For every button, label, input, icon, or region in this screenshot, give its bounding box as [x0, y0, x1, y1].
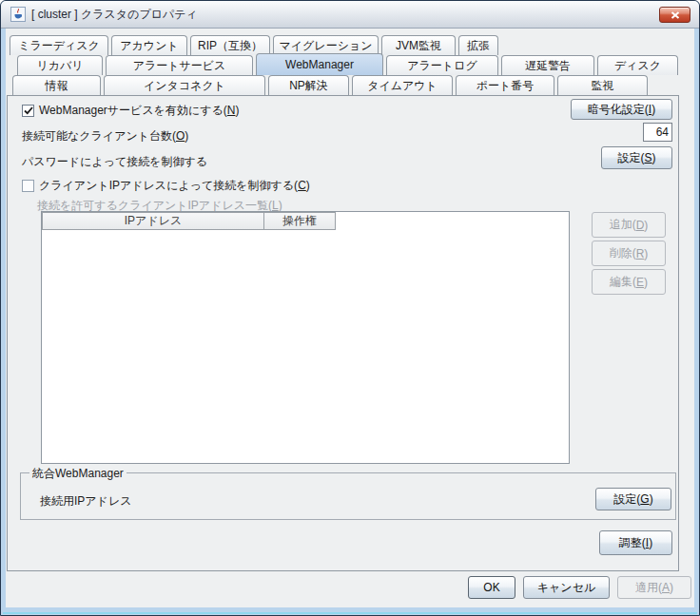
tab-strip: ミラーディスク アカウント RIP（互換） マイグレーション JVM監視 拡張 …	[8, 35, 681, 95]
tab-np-resolution[interactable]: NP解決	[268, 75, 349, 95]
ip-table-header-permission[interactable]: 操作権	[263, 212, 336, 230]
enable-webmanager-checkbox[interactable]: WebManagerサービスを有効にする(N)	[22, 103, 239, 119]
close-button[interactable]	[659, 7, 690, 23]
tab-delay-warning[interactable]: 遅延警告	[501, 55, 594, 75]
ip-address-table[interactable]: IPアドレス 操作権	[41, 211, 570, 464]
tuning-button[interactable]: 調整(I)	[599, 530, 672, 555]
client-count-label: 接続可能なクライアント台数(O)	[22, 128, 188, 144]
tab-timeout[interactable]: タイムアウト	[352, 75, 453, 95]
tab-rip-compat[interactable]: RIP（互換）	[190, 35, 270, 55]
edit-button[interactable]: 編集(E)	[592, 269, 666, 295]
tab-interconnect[interactable]: インタコネクト	[104, 75, 265, 95]
add-button[interactable]: 追加(D)	[592, 212, 666, 238]
dialog-client-area: ミラーディスク アカウント RIP（互換） マイグレーション JVM監視 拡張 …	[6, 29, 694, 607]
title-bar: [ cluster ] クラスタのプロパティ	[1, 1, 699, 29]
tab-account[interactable]: アカウント	[111, 35, 187, 55]
tab-migration[interactable]: マイグレーション	[273, 35, 379, 55]
ok-button[interactable]: OK	[468, 576, 515, 599]
tab-jvm-monitor[interactable]: JVM監視	[381, 35, 456, 55]
checkbox-checked[interactable]	[22, 105, 34, 117]
tab-row-3: 情報 インタコネクト NP解決 タイムアウト ポート番号 監視	[12, 75, 681, 95]
integrated-webmanager-group-title: 統合WebManager	[29, 466, 126, 482]
tab-row-1: ミラーディスク アカウント RIP（互換） マイグレーション JVM監視 拡張	[10, 35, 681, 55]
close-icon	[671, 11, 680, 19]
delete-button[interactable]: 削除(R)	[592, 241, 666, 266]
window-title: [ cluster ] クラスタのプロパティ	[31, 7, 198, 23]
checkbox-unchecked[interactable]	[22, 180, 34, 192]
tab-alert-service[interactable]: アラートサービス	[106, 55, 253, 75]
webmanager-tab-panel: WebManagerサービスを有効にする(N) 暗号化設定(I) 接続可能なクラ…	[7, 95, 679, 571]
cancel-button[interactable]: キャンセル	[523, 576, 610, 599]
dialog-button-bar: OK キャンセル 適用(A)	[6, 576, 694, 599]
encryption-settings-button[interactable]: 暗号化設定(I)	[571, 99, 672, 120]
check-icon	[24, 106, 33, 115]
enable-webmanager-label: WebManagerサービスを有効にする(N)	[39, 103, 239, 119]
tab-port-number[interactable]: ポート番号	[456, 75, 554, 95]
password-control-label: パスワードによって接続を制御する	[22, 154, 207, 170]
connection-ip-label: 接続用IPアドレス	[40, 493, 131, 510]
java-app-icon	[10, 7, 26, 22]
integrated-settings-button[interactable]: 設定(G)	[595, 488, 671, 510]
tab-alert-log[interactable]: アラートログ	[386, 55, 498, 75]
ip-control-checkbox[interactable]: クライアントIPアドレスによって接続を制御する(C)	[22, 178, 310, 194]
password-settings-button[interactable]: 設定(S)	[601, 146, 672, 169]
tab-disk[interactable]: ディスク	[597, 55, 678, 75]
tab-recovery[interactable]: リカバリ	[17, 55, 103, 75]
tab-extension[interactable]: 拡張	[458, 35, 498, 55]
tab-row-2: リカバリ アラートサービス WebManager アラートログ 遅延警告 ディス…	[17, 55, 681, 75]
ip-control-label: クライアントIPアドレスによって接続を制御する(C)	[39, 178, 310, 194]
dialog-window: [ cluster ] クラスタのプロパティ ミラーディスク アカウント RIP…	[0, 0, 700, 616]
client-count-input[interactable]: 64	[643, 123, 672, 142]
ip-table-header-ip[interactable]: IPアドレス	[42, 212, 264, 230]
tab-info[interactable]: 情報	[12, 75, 101, 95]
apply-button[interactable]: 適用(A)	[617, 576, 691, 599]
tab-mirror-disk[interactable]: ミラーディスク	[10, 35, 108, 55]
integrated-webmanager-group: 統合WebManager 接続用IPアドレス 設定(G)	[20, 472, 676, 520]
tab-monitor[interactable]: 監視	[557, 75, 648, 95]
tab-webmanager[interactable]: WebManager	[256, 53, 383, 75]
